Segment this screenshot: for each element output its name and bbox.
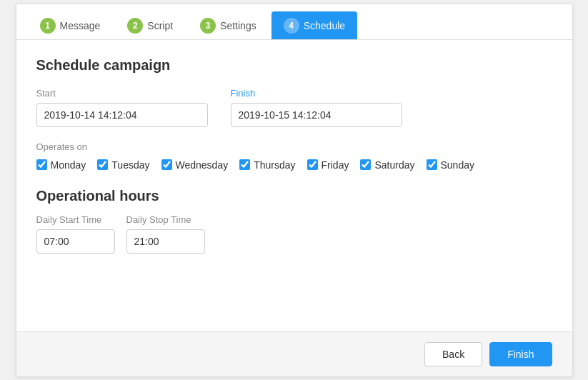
footer: Back Finish xyxy=(16,331,572,376)
day-monday[interactable]: Monday xyxy=(36,159,86,171)
finish-group: Finish xyxy=(231,88,402,127)
day-wednesday-label: Wednesday xyxy=(176,159,229,171)
start-group: Start xyxy=(36,88,208,127)
day-friday[interactable]: Friday xyxy=(307,159,349,171)
day-tuesday-label: Tuesday xyxy=(111,159,149,171)
checkbox-wednesday[interactable] xyxy=(161,159,172,170)
tab-script-label: Script xyxy=(147,20,173,31)
daily-start-input[interactable] xyxy=(36,229,115,254)
tab-message-number: 1 xyxy=(40,18,56,34)
tab-settings[interactable]: 3 Settings xyxy=(188,11,269,39)
day-saturday-label: Saturday xyxy=(374,159,414,171)
day-saturday[interactable]: Saturday xyxy=(360,159,414,171)
day-tuesday[interactable]: Tuesday xyxy=(97,159,149,171)
day-monday-label: Monday xyxy=(51,159,86,171)
finish-button[interactable]: Finish xyxy=(489,342,552,366)
tab-message-label: Message xyxy=(60,20,101,31)
operates-on-label: Operates on xyxy=(36,141,552,152)
operational-hours-section: Operational hours Daily Start Time Daily… xyxy=(36,188,552,254)
tab-script-number: 2 xyxy=(127,18,143,34)
tab-settings-number: 3 xyxy=(200,18,216,34)
day-thursday-label: Thursday xyxy=(254,159,295,171)
checkbox-saturday[interactable] xyxy=(360,159,371,170)
daily-stop-input[interactable] xyxy=(126,229,205,254)
time-row: Daily Start Time Daily Stop Time xyxy=(36,214,552,254)
op-hours-title: Operational hours xyxy=(36,188,552,204)
back-button[interactable]: Back xyxy=(424,342,482,366)
checkbox-sunday[interactable] xyxy=(427,159,437,170)
date-row: Start Finish xyxy=(36,88,552,127)
day-friday-label: Friday xyxy=(322,159,349,171)
tab-script[interactable]: 2 Script xyxy=(115,11,185,39)
tab-settings-label: Settings xyxy=(220,20,256,31)
finish-label: Finish xyxy=(231,88,402,99)
tab-bar: 1 Message 2 Script 3 Settings 4 Schedule xyxy=(16,4,572,40)
days-row: Monday Tuesday Wednesday Thursday Friday xyxy=(36,159,552,171)
day-wednesday[interactable]: Wednesday xyxy=(161,159,229,171)
checkbox-friday[interactable] xyxy=(307,159,318,170)
tab-message[interactable]: 1 Message xyxy=(28,11,113,39)
finish-input[interactable] xyxy=(231,103,402,127)
operates-section: Operates on Monday Tuesday Wednesday Thu… xyxy=(36,141,552,171)
checkbox-thursday[interactable] xyxy=(239,159,250,170)
day-sunday-label: Sunday xyxy=(441,159,474,171)
page-title: Schedule campaign xyxy=(36,57,552,74)
daily-start-group: Daily Start Time xyxy=(36,214,115,254)
day-sunday[interactable]: Sunday xyxy=(427,159,474,171)
tab-schedule-label: Schedule xyxy=(304,20,345,31)
main-window: 1 Message 2 Script 3 Settings 4 Schedule… xyxy=(16,4,573,377)
tab-schedule[interactable]: 4 Schedule xyxy=(271,11,357,39)
daily-stop-label: Daily Stop Time xyxy=(126,214,205,225)
checkbox-tuesday[interactable] xyxy=(97,159,108,170)
content-area: Schedule campaign Start Finish Operates … xyxy=(16,40,572,311)
start-label: Start xyxy=(36,88,208,99)
start-input[interactable] xyxy=(36,103,208,127)
tab-schedule-number: 4 xyxy=(284,18,299,34)
daily-start-label: Daily Start Time xyxy=(36,214,115,225)
checkbox-monday[interactable] xyxy=(36,159,47,170)
day-thursday[interactable]: Thursday xyxy=(239,159,295,171)
daily-stop-group: Daily Stop Time xyxy=(126,214,205,254)
